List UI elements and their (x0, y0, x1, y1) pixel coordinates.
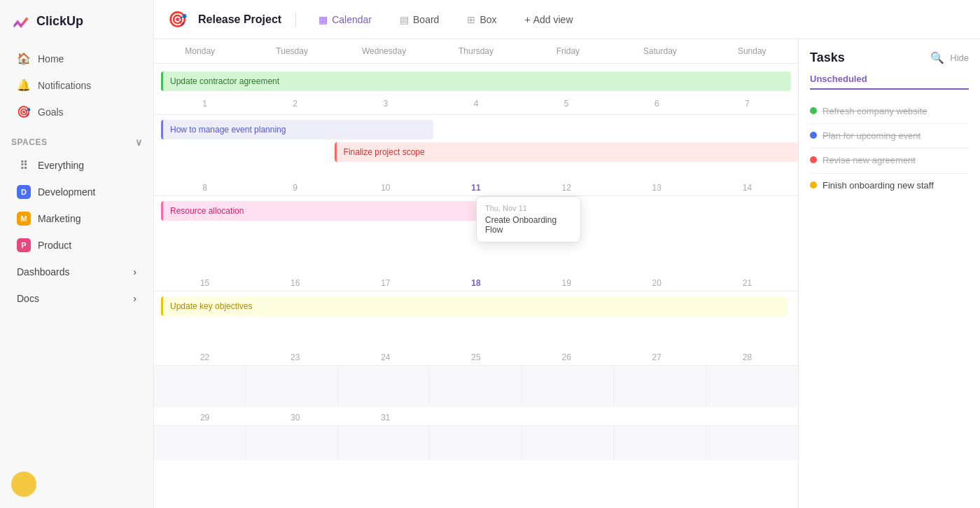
panel-task-4[interactable]: Finish onboarding new staff (810, 174, 969, 198)
panel-task-4-label: Finish onboarding new staff (822, 179, 934, 192)
date-18: 18 (430, 275, 521, 291)
sidebar-item-development[interactable]: D Development (6, 179, 148, 205)
week6-cell-3[interactable] (338, 426, 430, 460)
app-name: ClickUp (36, 14, 83, 29)
docs-section[interactable]: Docs › (6, 286, 148, 311)
sidebar-item-home-label: Home (38, 53, 64, 64)
week3-tasks: Resource allocation Thu, Nov 11 Create O… (154, 195, 798, 273)
topbar-separator (295, 13, 296, 27)
date-17: 17 (340, 275, 430, 291)
day-header-sun: Sunday (706, 39, 798, 63)
date-25: 25 (430, 350, 521, 365)
search-icon[interactable]: 🔍 (930, 51, 944, 64)
week5-cell-5[interactable] (522, 366, 614, 407)
goal-icon: 🎯 (17, 105, 31, 118)
week6-cell-2[interactable] (246, 426, 337, 460)
spaces-chevron-icon[interactable]: ∨ (135, 137, 143, 148)
week2-tasks: How to manage event planning Plan for ne… (154, 114, 798, 177)
date-22: 22 (160, 350, 250, 365)
day-header-sat: Saturday (614, 39, 706, 63)
date-27: 27 (612, 350, 702, 365)
task-bar-update-objectives[interactable]: Update key objectives (161, 296, 788, 316)
week5-cell-3[interactable] (338, 366, 430, 407)
sidebar-item-product[interactable]: P Product (6, 233, 148, 258)
task-1-dot (810, 107, 817, 114)
date-12: 12 (522, 180, 612, 195)
tab-box[interactable]: ⊞ Box (458, 10, 505, 29)
tab-board[interactable]: ▤ Board (391, 10, 447, 29)
tab-calendar[interactable]: ▦ Calendar (310, 10, 380, 29)
home-icon: 🏠 (17, 52, 31, 65)
sidebar-space-marketing-label: Marketing (38, 213, 80, 224)
date-20: 20 (612, 275, 702, 291)
week5-cell-2[interactable] (246, 366, 337, 407)
week5-dates-row: 29 30 31 (154, 407, 798, 425)
task-bar-update-contractor[interactable]: Update contractor agreement (161, 71, 791, 91)
bell-icon: 🔔 (17, 78, 31, 92)
day-header-tue: Tuesday (246, 39, 337, 63)
week6-cell-5[interactable] (522, 426, 614, 460)
tasks-panel-header: Tasks 🔍 Hide (810, 50, 969, 65)
sidebar-item-marketing[interactable]: M Marketing (6, 206, 148, 231)
date-empty1 (430, 410, 521, 425)
tooltip-task-label: Create Onboarding Flow (485, 215, 572, 235)
date-7: 7 (702, 96, 792, 111)
panel-task-3[interactable]: Revise new agreement (810, 149, 969, 173)
calendar-main[interactable]: Monday Tuesday Wednesday Thursday Friday… (154, 39, 798, 508)
sidebar-item-home[interactable]: 🏠 Home (6, 46, 148, 71)
sidebar-space-everything-label: Everything (38, 160, 84, 171)
sidebar-item-goals[interactable]: 🎯 Goals (6, 99, 148, 125)
project-icon: 🎯 (168, 11, 187, 29)
dashboards-chevron-icon: › (133, 266, 136, 277)
week1-dates-row: 1 2 3 4 5 6 7 (154, 93, 798, 114)
week2-dates-row: 8 9 10 11 12 13 14 (154, 177, 798, 195)
dashboards-label: Dashboards (17, 266, 70, 277)
sidebar-item-goals-label: Goals (38, 107, 64, 118)
topbar: 🎯 Release Project ▦ Calendar ▤ Board ⊞ B… (154, 0, 980, 39)
panel-task-2[interactable]: Plan for upcoming event (810, 124, 969, 149)
logo[interactable]: ClickUp (0, 0, 153, 42)
task-bar-event-planning[interactable]: How to manage event planning (161, 120, 433, 139)
date-13: 13 (612, 180, 702, 195)
task-bar-finalize-scope[interactable]: Finalize project scope (335, 142, 798, 162)
week5-cell-6[interactable] (614, 366, 706, 407)
board-tab-label: Board (413, 14, 439, 25)
panel-task-3-label: Revise new agreement (822, 154, 916, 167)
board-tab-icon: ▤ (400, 14, 409, 25)
date-6: 6 (612, 96, 702, 111)
week5-cell-1[interactable] (154, 366, 246, 407)
sidebar-space-development-label: Development (38, 186, 96, 198)
week6-cell-4[interactable] (430, 426, 522, 460)
docs-label: Docs (17, 293, 39, 304)
task-bar-resource-allocation[interactable]: Resource allocation (161, 201, 522, 221)
week5-cell-4[interactable] (430, 366, 522, 407)
sidebar-nav: 🏠 Home 🔔 Notifications 🎯 Goals (0, 42, 153, 128)
add-view-label: Add view (533, 14, 573, 25)
date-1: 1 (160, 96, 250, 111)
hide-button[interactable]: Hide (950, 53, 969, 63)
task-2-dot (810, 132, 817, 139)
spaces-section: Spaces ∨ (0, 128, 153, 152)
week6-cell-7[interactable] (706, 426, 798, 460)
project-title: Release Project (198, 13, 281, 26)
week6-cell-1[interactable] (154, 426, 246, 460)
calendar-wrapper: Monday Tuesday Wednesday Thursday Friday… (154, 39, 980, 508)
box-tab-label: Box (479, 14, 496, 25)
day-header-fri: Friday (522, 39, 614, 63)
dashboards-section[interactable]: Dashboards › (6, 259, 148, 284)
week4-dates-row: 22 23 24 25 26 27 28 (154, 347, 798, 365)
user-avatar[interactable] (11, 472, 36, 497)
panel-task-1[interactable]: Refresh company website (810, 99, 969, 124)
docs-chevron-icon: › (133, 293, 136, 304)
week5-cell-7[interactable] (706, 366, 798, 407)
date-28: 28 (702, 350, 792, 365)
sidebar-item-everything[interactable]: ⠿ Everything (6, 153, 148, 178)
date-23: 23 (250, 350, 340, 365)
panel-task-2-label: Plan for upcoming event (822, 130, 920, 142)
add-view-button[interactable]: + Add view (517, 10, 582, 29)
box-tab-icon: ⊞ (467, 14, 475, 25)
week6-cell-6[interactable] (614, 426, 706, 460)
date-21: 21 (702, 275, 792, 291)
sidebar-item-notifications[interactable]: 🔔 Notifications (6, 72, 148, 98)
date-11: 11 (430, 180, 521, 195)
